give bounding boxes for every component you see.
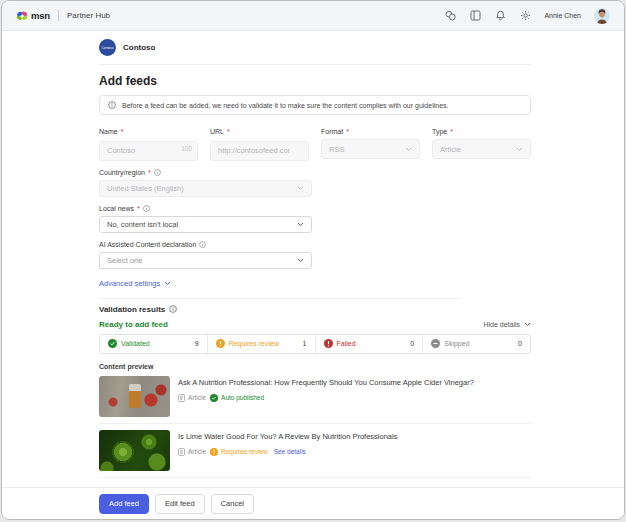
chevron-down-icon [524,322,531,327]
local-news-select[interactable]: No, content isn't local [99,216,312,233]
content-preview-title: Content preview [99,363,531,370]
url-field-group: URL* [210,128,309,161]
action-footer: Add feed Edit feed Cancel [2,487,624,519]
ai-declaration-select[interactable]: Select one [99,252,312,269]
stat-requires-review: Requires review 1 [207,335,315,353]
info-icon [154,169,161,176]
msn-butterfly-icon [16,10,28,22]
brand-area: msn Partner Hub [16,10,110,22]
country-select: United States (English) [99,180,312,197]
validation-title: Validation results [99,305,531,314]
check-circle-icon [108,339,117,348]
info-icon [143,205,150,212]
cancel-button[interactable]: Cancel [211,494,254,514]
section-divider [99,298,461,299]
preview-item: Is Lime Water Good For You? A Review By … [99,424,531,478]
article-icon [178,448,185,456]
type-label: Type* [432,128,531,136]
edit-feed-button[interactable]: Edit feed [155,494,205,514]
status-badge: Auto published [210,394,264,402]
validation-status: Ready to add feed [99,320,168,329]
banner-text: Before a feed can be added, we need to v… [122,102,448,109]
brand-divider [58,10,59,21]
url-label: URL* [210,128,309,136]
name-char-counter: 100 [181,145,192,152]
advanced-settings-link[interactable]: Advanced settings [99,279,171,288]
format-select: RSS [321,139,420,159]
item-title: Ask A Nutrition Professional: How Freque… [178,378,474,387]
hide-details-toggle[interactable]: Hide details [483,321,531,328]
chevron-down-icon [164,281,171,286]
ai-declaration-field-group: AI Assisted Content declaration Select o… [99,241,531,269]
error-circle-icon [324,339,333,348]
app-window: msn Partner Hub [1,0,625,520]
chevron-down-icon [297,222,304,227]
top-bar-actions: Annie Chen [444,8,610,24]
item-title: Is Lime Water Good For You? A Review By … [178,432,397,441]
info-banner: Before a feed can be added, we need to v… [99,95,531,115]
info-icon [108,101,116,109]
preview-item: Ask A Nutrition Professional: How Freque… [99,370,531,424]
see-details-link[interactable]: See details [274,448,306,455]
local-news-label: Local news* [99,205,531,213]
type-select: Article [432,139,531,159]
warning-circle-icon [216,339,225,348]
status-badge: Requires review [210,448,268,456]
ai-declaration-label: AI Assisted Content declaration [99,241,531,249]
feed-form-row: Name* 100 URL* Format* RSS [99,128,531,161]
page-title: Add feeds [99,74,531,88]
chevron-down-icon [297,258,304,263]
chevron-down-icon [297,186,304,191]
language-icon[interactable] [444,10,456,22]
validation-stats-bar: Validated 9 Requires review 1 Failed 0 S… [99,334,531,354]
chevron-down-icon [516,147,523,152]
user-name: Annie Chen [544,12,581,19]
thumbnail-apple-cider [99,376,170,417]
info-icon [199,241,206,248]
top-bar: msn Partner Hub [2,1,624,31]
format-field-group: Format* RSS [321,128,420,161]
main-content: Contoso Contoso Add feeds Before a feed … [99,39,531,520]
guide-icon[interactable] [469,10,481,22]
check-circle-icon [210,394,218,402]
article-icon [178,394,185,402]
chevron-down-icon [405,147,412,152]
article-type: Article [178,394,206,402]
format-label: Format* [321,128,420,136]
settings-gear-icon[interactable] [519,10,531,22]
url-input [210,141,309,161]
type-field-group: Type* Article [432,128,531,161]
country-field-group: Country/region* United States (English) [99,169,531,197]
name-field-group: Name* 100 [99,128,198,161]
country-label: Country/region* [99,169,531,177]
stat-failed: Failed 0 [315,335,423,353]
stat-skipped: Skipped 0 [422,335,530,353]
brand-name: msn [31,10,50,21]
publisher-name: Contoso [123,43,155,52]
app-name: Partner Hub [67,11,110,20]
validation-status-row: Ready to add feed Hide details [99,320,531,329]
publisher-avatar: Contoso [99,39,116,56]
publisher-row: Contoso Contoso [99,39,531,65]
add-feed-button[interactable]: Add feed [99,494,149,514]
stat-validated: Validated 9 [100,335,207,353]
info-icon [169,305,177,313]
local-news-field-group: Local news* No, content isn't local [99,205,531,233]
user-avatar[interactable] [594,8,610,24]
alerts-bell-icon[interactable] [494,10,506,22]
name-label: Name* [99,128,198,136]
thumbnail-limes [99,430,170,471]
warning-circle-icon [210,448,218,456]
skipped-circle-icon [431,339,440,348]
article-type: Article [178,448,206,456]
